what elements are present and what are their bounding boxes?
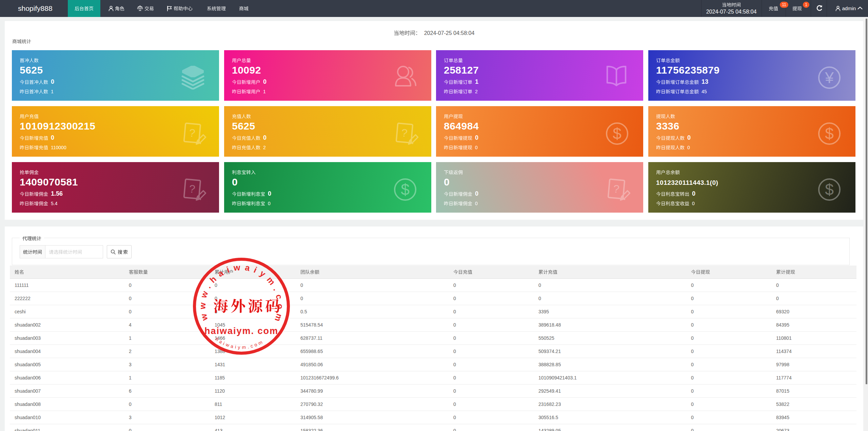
svg-text:?: ? xyxy=(613,182,620,195)
svg-text:?: ? xyxy=(401,126,408,139)
svg-text:¥: ¥ xyxy=(825,69,834,86)
svg-text:$: $ xyxy=(825,181,834,198)
svg-text:?: ? xyxy=(189,182,196,195)
svg-text:$: $ xyxy=(825,125,834,142)
svg-text:$: $ xyxy=(401,181,410,198)
svg-text:$: $ xyxy=(613,125,622,142)
svg-text:haiwaiym. com: haiwaiym. com xyxy=(204,326,278,336)
svg-text:?: ? xyxy=(189,126,196,139)
